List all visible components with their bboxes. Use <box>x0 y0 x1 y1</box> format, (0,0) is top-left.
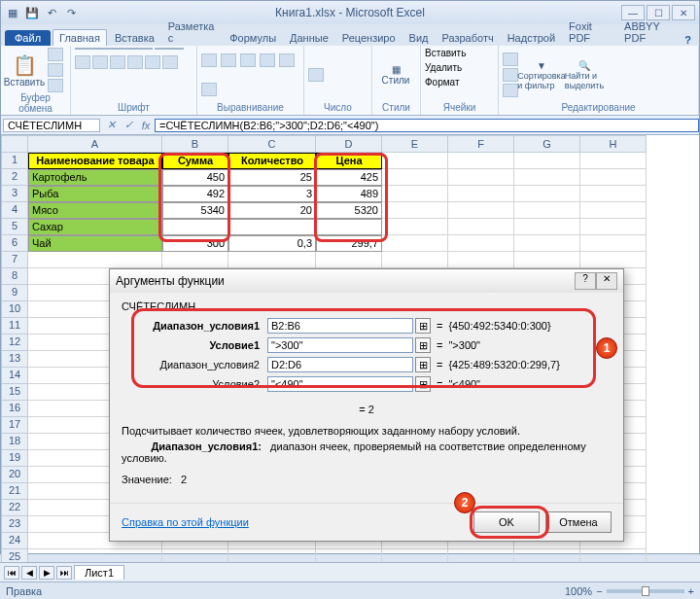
tab-view[interactable]: Вид <box>403 30 435 46</box>
cell[interactable] <box>162 219 228 235</box>
row-header[interactable]: 2 <box>1 169 28 186</box>
sheet-nav-last[interactable]: ⏭ <box>56 566 72 580</box>
sheet-nav-next[interactable]: ▶ <box>39 566 54 580</box>
tab-addins[interactable]: Надстрой <box>502 30 561 46</box>
cell[interactable]: 3 <box>228 186 316 202</box>
cell[interactable]: Рыба <box>28 186 162 202</box>
align-icon[interactable] <box>240 53 256 67</box>
font-size-select[interactable] <box>155 48 184 50</box>
tab-layout[interactable]: Разметка с <box>162 18 222 46</box>
cell[interactable] <box>514 235 580 252</box>
cell[interactable]: Количество <box>228 153 316 169</box>
cell[interactable] <box>514 169 580 186</box>
cell[interactable]: 450 <box>162 169 228 186</box>
cell[interactable]: 425 <box>316 169 382 186</box>
dialog-close-icon[interactable]: ✕ <box>596 272 617 290</box>
bold-icon[interactable] <box>75 55 90 69</box>
fx-button[interactable]: fx <box>137 120 155 131</box>
fill-icon[interactable] <box>503 68 518 82</box>
row-header[interactable]: 20 <box>1 467 28 483</box>
dialog-titlebar[interactable]: Аргументы функции ? ✕ <box>110 269 623 293</box>
cell[interactable] <box>382 202 448 219</box>
cell[interactable]: 5340 <box>162 202 228 219</box>
range-picker-icon[interactable]: ⊞ <box>415 318 431 334</box>
copy-icon[interactable] <box>48 63 63 77</box>
help-icon[interactable]: ? <box>684 34 691 46</box>
cell[interactable] <box>228 252 316 268</box>
sheet-nav-prev[interactable]: ◀ <box>21 566 37 580</box>
zoom-in-icon[interactable]: + <box>688 585 694 597</box>
zoom-out-icon[interactable]: − <box>596 585 602 597</box>
arg-input[interactable] <box>267 376 413 392</box>
cell[interactable] <box>382 219 448 235</box>
format-cells[interactable]: Формат <box>425 77 494 88</box>
border-icon[interactable] <box>127 55 143 69</box>
cell[interactable] <box>448 169 514 186</box>
row-header[interactable]: 24 <box>1 533 28 549</box>
function-help-link[interactable]: Справка по этой функции <box>122 516 249 528</box>
row-header[interactable]: 13 <box>1 351 28 368</box>
col-header[interactable]: H <box>580 135 647 153</box>
row-header[interactable]: 21 <box>1 483 28 500</box>
cell[interactable]: 492 <box>162 186 228 202</box>
delete-cells[interactable]: Удалить <box>425 62 494 73</box>
align-icon[interactable] <box>221 53 236 67</box>
tab-developer[interactable]: Разработч <box>436 30 499 46</box>
cell[interactable] <box>162 252 228 268</box>
cancel-formula-icon[interactable]: ✕ <box>102 119 120 131</box>
tab-insert[interactable]: Вставка <box>109 30 160 46</box>
cell[interactable]: Цена <box>316 153 382 169</box>
select-all-corner[interactable] <box>1 135 28 153</box>
cell[interactable] <box>514 202 580 219</box>
row-header[interactable]: 11 <box>1 318 28 335</box>
tab-data[interactable]: Данные <box>284 30 334 46</box>
cell[interactable] <box>514 153 580 169</box>
range-picker-icon[interactable]: ⊞ <box>415 376 431 392</box>
cell[interactable] <box>316 219 382 235</box>
cell[interactable] <box>514 219 580 235</box>
sheet-tab[interactable]: Лист1 <box>74 565 124 580</box>
paste-button[interactable]: 📋 Вставить <box>5 53 44 88</box>
zoom-level[interactable]: 100% <box>565 585 592 597</box>
cell[interactable] <box>448 202 514 219</box>
row-header[interactable]: 1 <box>1 153 28 169</box>
arg-input[interactable] <box>267 337 413 353</box>
tab-abbyy[interactable]: ABBYY PDF <box>618 18 682 46</box>
number-format-icon[interactable] <box>308 68 324 82</box>
cell[interactable] <box>382 153 448 169</box>
styles-button[interactable]: ▦Стили <box>376 64 415 86</box>
range-picker-icon[interactable]: ⊞ <box>415 357 431 372</box>
cell[interactable] <box>382 169 448 186</box>
name-box[interactable]: СЧЁТЕСЛИМН <box>3 119 100 132</box>
col-header[interactable]: F <box>448 135 514 153</box>
row-header[interactable]: 18 <box>1 434 28 450</box>
cell[interactable]: Сумма <box>162 153 228 169</box>
insert-cells[interactable]: Вставить <box>425 48 494 58</box>
tab-review[interactable]: Рецензиро <box>336 30 402 46</box>
save-icon[interactable]: 💾 <box>24 5 40 20</box>
cell[interactable]: Чай <box>28 235 162 252</box>
cell[interactable]: 0,3 <box>228 235 316 252</box>
col-header[interactable]: A <box>28 135 162 153</box>
arg-input[interactable] <box>267 318 413 334</box>
italic-icon[interactable] <box>92 55 108 69</box>
ok-button[interactable]: OK <box>473 511 540 533</box>
cell[interactable] <box>28 252 162 268</box>
cell[interactable] <box>228 219 316 235</box>
row-header[interactable]: 5 <box>1 219 28 235</box>
redo-icon[interactable]: ↷ <box>63 5 79 20</box>
align-icon[interactable] <box>260 53 275 67</box>
row-header[interactable]: 4 <box>1 202 28 219</box>
cell[interactable] <box>514 252 580 268</box>
cell[interactable] <box>382 235 448 252</box>
row-header[interactable]: 7 <box>1 252 28 268</box>
font-name-select[interactable] <box>75 48 153 50</box>
cell[interactable]: Сахар <box>28 219 162 235</box>
cell[interactable] <box>580 153 647 169</box>
cell[interactable] <box>580 202 647 219</box>
tab-foxit[interactable]: Foxit PDF <box>563 18 616 46</box>
cell[interactable] <box>448 235 514 252</box>
row-header[interactable]: 17 <box>1 417 28 434</box>
col-header[interactable]: B <box>162 135 228 153</box>
clear-icon[interactable] <box>503 84 518 97</box>
